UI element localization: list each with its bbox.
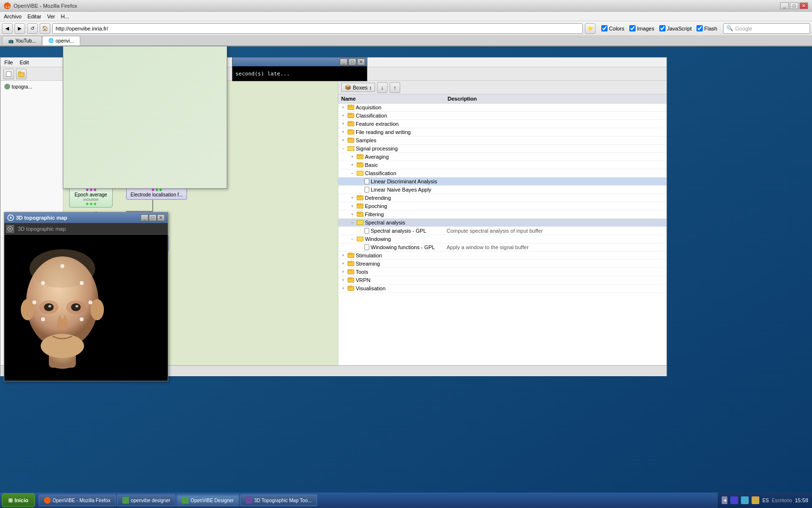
browser-minimize-btn[interactable]: _ bbox=[780, 2, 789, 9]
folder-classification-icon bbox=[348, 113, 354, 118]
expand-feature-extraction: + bbox=[340, 121, 346, 127]
home-button[interactable]: 🏠 bbox=[40, 23, 50, 34]
3d-topo-restore[interactable]: □ bbox=[149, 214, 157, 221]
tray-speaker-icon[interactable] bbox=[752, 496, 759, 504]
taskbar-item-firefox[interactable]: OpenViBE - Mozilla Firefox bbox=[39, 494, 116, 506]
taskbar-item-openvibe2[interactable]: OpenViBE Designer bbox=[176, 494, 239, 506]
ovd-new-btn[interactable] bbox=[3, 69, 14, 79]
tray-bluetooth-icon[interactable] bbox=[730, 496, 738, 504]
3d-topo-title: 3D topographic map bbox=[16, 215, 141, 221]
folder-signal-processing-icon bbox=[348, 146, 354, 151]
tree-row-stimulation[interactable]: + Stimulation bbox=[338, 252, 667, 260]
javascript-checkbox[interactable] bbox=[659, 25, 666, 31]
folder-epoching-icon bbox=[357, 204, 363, 209]
tree-row-signal-processing[interactable]: − Signal processing bbox=[338, 145, 667, 153]
3d-topo-toolbar-title: 3D topographic map bbox=[18, 226, 66, 232]
boxes-toolbar-label[interactable]: 📦 Boxes ↕ bbox=[341, 83, 375, 92]
file-naive-bayes-icon bbox=[364, 187, 369, 193]
expand-spectral-analysis: − bbox=[349, 220, 355, 225]
tree-row-averaging[interactable]: + Averaging bbox=[338, 153, 667, 161]
search-bar[interactable]: 🔍 Google bbox=[723, 23, 810, 34]
tree-row-tools[interactable]: + Tools bbox=[338, 268, 667, 276]
taskbar-firefox-label: OpenViBE - Mozilla Firefox bbox=[53, 498, 111, 503]
flash-checkbox[interactable] bbox=[696, 25, 703, 31]
tree-row-lda[interactable]: Linear Discriminant Analysis bbox=[338, 178, 667, 186]
taskbar-openvibe1-icon bbox=[122, 497, 129, 504]
tree-row-naive-bayes[interactable]: Linear Naive Bayes Apply bbox=[338, 186, 667, 194]
terminal-close[interactable]: ✕ bbox=[357, 59, 365, 65]
terminal-minimize[interactable]: _ bbox=[340, 59, 348, 65]
images-checkbox[interactable] bbox=[629, 25, 636, 31]
taskbar-item-3dtopo[interactable]: 3D Topographic Map Too... bbox=[240, 494, 317, 506]
browser-restore-btn[interactable]: □ bbox=[790, 2, 798, 9]
tree-row-vrpn[interactable]: + VRPN bbox=[338, 276, 667, 284]
tree-row-spectral-analysis[interactable]: − Spectral analysis bbox=[338, 219, 667, 227]
tabs-bar: 📺 YouTub... 🌐 openvi... bbox=[0, 36, 812, 46]
tab-youtube[interactable]: 📺 YouTub... bbox=[2, 36, 42, 45]
terminal-content: second(s) late... bbox=[232, 66, 367, 81]
start-button[interactable]: ⊞ Inicio bbox=[2, 493, 35, 507]
tree-row-detrending[interactable]: + Detrending bbox=[338, 194, 667, 202]
tree-row-samples[interactable]: + Samples bbox=[338, 136, 667, 145]
tree-row-classification-sub[interactable]: − Classification bbox=[338, 169, 667, 178]
tree-row-acquisition[interactable]: + Acquisition bbox=[338, 104, 667, 112]
bookmark-btn[interactable]: ⭐ bbox=[585, 23, 595, 34]
menu-more[interactable]: H... bbox=[61, 14, 69, 19]
forward-button[interactable]: ▶ bbox=[14, 23, 25, 34]
tray-network-icon[interactable] bbox=[741, 496, 749, 504]
expand-signal-processing: − bbox=[340, 146, 346, 151]
address-bar[interactable]: http://openvibe.inria.fr/ bbox=[52, 23, 583, 34]
tree-row-basic[interactable]: + Basic bbox=[338, 161, 667, 169]
tree-row-classification[interactable]: + Classification bbox=[338, 112, 667, 120]
sort-asc-btn[interactable]: ↓ bbox=[377, 82, 388, 93]
tree-row-filtering[interactable]: + Filtering bbox=[338, 210, 667, 219]
browser-close-btn[interactable]: ✕ bbox=[799, 2, 808, 9]
tab-openvibe[interactable]: 🌐 openvi... bbox=[42, 36, 80, 45]
3d-topo-icon bbox=[7, 214, 14, 221]
refresh-button[interactable]: ↺ bbox=[27, 23, 38, 34]
tree-header-name: Name bbox=[341, 96, 448, 102]
3d-topo-toolbar-icon[interactable] bbox=[6, 225, 14, 233]
back-button[interactable]: ◀ bbox=[2, 23, 13, 34]
ovd-menu-file[interactable]: File bbox=[4, 60, 13, 65]
colors-checkbox[interactable] bbox=[601, 25, 608, 31]
tree-row-streaming[interactable]: + Streaming bbox=[338, 260, 667, 268]
menu-editar[interactable]: Editar bbox=[28, 14, 42, 19]
images-checkbox-label[interactable]: Images bbox=[629, 25, 654, 31]
tree-row-spectral-analysis-gpl[interactable]: Spectral analysis - GPL Compute spectral… bbox=[338, 227, 667, 235]
colors-checkbox-label[interactable]: Colors bbox=[601, 25, 624, 31]
svg-point-42 bbox=[88, 300, 92, 304]
ovd-open-btn[interactable] bbox=[16, 69, 27, 79]
terminal-text: second(s) late... bbox=[235, 71, 290, 77]
svg-point-29 bbox=[21, 299, 34, 320]
folder-tools-icon bbox=[348, 269, 354, 274]
tree-row-epoching[interactable]: + Epoching bbox=[338, 202, 667, 210]
tab-openvibe-label: openvi... bbox=[56, 38, 74, 44]
tree-row-file-reading[interactable]: + File reading and writing bbox=[338, 128, 667, 136]
3d-topo-close[interactable]: ✕ bbox=[157, 214, 165, 221]
browser-toolbar: ◀ ▶ ↺ 🏠 http://openvibe.inria.fr/ ⭐ Colo… bbox=[0, 21, 812, 36]
taskbar-item-openvibe1[interactable]: openvibe designer bbox=[117, 494, 176, 506]
boxes-icon: 📦 bbox=[345, 84, 351, 90]
tree-row-windowing-gpl[interactable]: Windowing functions - GPL Apply a window… bbox=[338, 243, 667, 252]
file-windowing-gpl-icon bbox=[364, 244, 369, 250]
flow-node-epoch-average[interactable]: Epoch average InOutSet bbox=[69, 186, 113, 208]
tray-arrow-icon[interactable]: ◄ bbox=[722, 496, 727, 504]
sort-desc-btn[interactable]: ↑ bbox=[390, 82, 400, 93]
tree-row-visualisation[interactable]: + Visualisation bbox=[338, 284, 667, 293]
terminal-restore[interactable]: □ bbox=[348, 59, 356, 65]
browser-menubar: Archivo Editar Ver H... bbox=[0, 12, 812, 21]
folder-filtering-icon bbox=[357, 212, 363, 217]
tree-row-feature-extraction[interactable]: + Feature extraction bbox=[338, 120, 667, 128]
3d-topo-minimize[interactable]: _ bbox=[141, 214, 148, 221]
flash-checkbox-label[interactable]: Flash bbox=[696, 25, 717, 31]
terminal-window: _ □ ✕ second(s) late... bbox=[232, 57, 367, 81]
javascript-checkbox-label[interactable]: JavaScript bbox=[659, 25, 692, 31]
menu-ver[interactable]: Ver bbox=[47, 14, 55, 19]
window-3d-topo: 3D topographic map _ □ ✕ 3D topographic … bbox=[4, 212, 168, 381]
ovd-menu-edit[interactable]: Edit bbox=[20, 60, 29, 65]
menu-archivo[interactable]: Archivo bbox=[4, 14, 22, 19]
folder-streaming-icon bbox=[348, 261, 354, 266]
tree-row-windowing[interactable]: − Windowing bbox=[338, 235, 667, 243]
ovd-sidebar-item-topo[interactable]: topogra... bbox=[2, 83, 61, 90]
